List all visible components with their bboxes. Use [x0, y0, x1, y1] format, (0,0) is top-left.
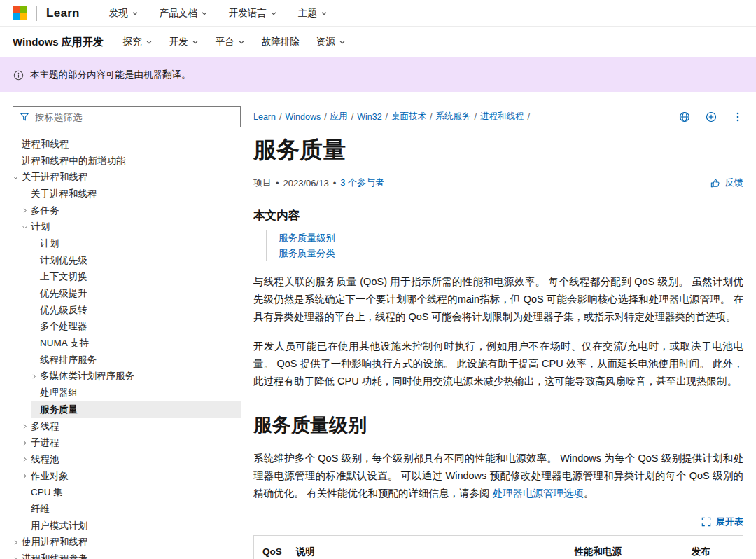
- chevron-right-icon: [22, 423, 28, 429]
- learn-brand[interactable]: Learn: [46, 6, 80, 20]
- article-content: Learn/Windows/应用/Win32/桌面技术/系统服务/进程和线程/: [252, 92, 756, 559]
- sidebar-item[interactable]: 关于进程和线程: [13, 169, 241, 186]
- table-header-cell: 说明: [289, 536, 568, 559]
- sidebar-item[interactable]: 上下文切换: [31, 269, 241, 286]
- breadcrumb-link[interactable]: 系统服务: [436, 111, 471, 123]
- site-title[interactable]: Windows 应用开发: [13, 36, 104, 49]
- logo-square-blue: [13, 13, 20, 20]
- sidebar-item-label: 计划: [40, 237, 59, 250]
- breadcrumb-separator: /: [321, 112, 330, 122]
- article-paragraph: 开发人员可能已在使用其他设施来控制何时执行，例如用户不在场时、仅在交流/充电时，…: [253, 338, 743, 390]
- sidebar-item[interactable]: 计划: [31, 235, 241, 252]
- sidebar-item[interactable]: 优先级提升: [31, 285, 241, 302]
- in-article-link[interactable]: 服务质量分类: [279, 248, 335, 258]
- table-header-cell: 性能和电源: [567, 536, 684, 559]
- sidebar-item[interactable]: NUMA 支持: [31, 335, 241, 352]
- sidebar-item-label: 上下文切换: [40, 270, 88, 283]
- site-nav-item-label: 故障排除: [262, 36, 300, 48]
- sidebar-item[interactable]: 线程池: [22, 451, 241, 468]
- chevron-down-icon: [238, 39, 245, 46]
- table-header-cell: 发布: [685, 536, 743, 559]
- breadcrumb-link[interactable]: 应用: [330, 111, 348, 123]
- site-nav-item[interactable]: 资源: [316, 36, 346, 48]
- breadcrumb-separator: /: [348, 112, 357, 122]
- breadcrumb-item: Win32/: [357, 112, 391, 122]
- sidebar-item[interactable]: 多线程: [22, 418, 241, 435]
- nav-divider: [36, 6, 37, 21]
- feedback-button[interactable]: 反馈: [710, 177, 743, 189]
- page-title: 服务质量: [253, 134, 743, 166]
- sidebar-item[interactable]: 进程和线程中的新增功能: [13, 153, 241, 170]
- sidebar-item[interactable]: 进程和线程参考: [13, 551, 241, 559]
- microsoft-logo[interactable]: [13, 6, 27, 20]
- sidebar-item[interactable]: 优先级反转: [31, 302, 241, 319]
- chevron-down-icon: [132, 10, 139, 17]
- in-this-article-links: 服务质量级别服务质量分类: [266, 230, 743, 261]
- sidebar-item[interactable]: 计划优先级: [31, 252, 241, 269]
- sidebar-item-label: 服务质量: [40, 403, 78, 416]
- sidebar-item[interactable]: 作业对象: [22, 468, 241, 485]
- chevron-down-icon: [201, 10, 208, 17]
- sidebar-item[interactable]: 用户模式计划: [22, 518, 241, 534]
- breadcrumb-separator: /: [524, 112, 533, 122]
- sidebar-item[interactable]: 多个处理器: [31, 319, 241, 336]
- site-nav-item[interactable]: 开发: [169, 36, 199, 48]
- sidebar-item[interactable]: 计划: [22, 219, 241, 235]
- sidebar-item[interactable]: 多任务: [22, 202, 241, 219]
- sidebar-item-label: 多任务: [31, 205, 59, 217]
- sidebar-item-label: 纤维: [31, 503, 50, 516]
- global-nav-item[interactable]: 开发语言: [229, 7, 277, 20]
- breadcrumb-link[interactable]: Learn: [253, 112, 276, 122]
- chevron-right-icon: [13, 539, 19, 546]
- toc-chevron: [13, 539, 22, 546]
- sidebar-item-label: 线程排序服务: [40, 354, 97, 366]
- toc-chevron: [22, 440, 31, 446]
- toc-chevron: [13, 556, 22, 559]
- global-nav-item-label: 发现: [109, 7, 128, 20]
- sidebar-item[interactable]: 关于进程和线程: [22, 186, 241, 202]
- sidebar-item-label: 作业对象: [31, 470, 69, 483]
- sidebar-item-label: 优先级提升: [40, 287, 88, 300]
- add-circle-icon[interactable]: [706, 111, 717, 123]
- breadcrumb-link[interactable]: 进程和线程: [480, 111, 524, 123]
- meta-separator: •: [272, 178, 284, 188]
- sidebar-item[interactable]: 使用进程和线程: [13, 534, 241, 551]
- title-filter[interactable]: [13, 106, 241, 127]
- breadcrumb-link[interactable]: Windows: [285, 112, 321, 122]
- sidebar-item-label: 线程池: [31, 453, 59, 466]
- in-article-link[interactable]: 服务质量级别: [279, 233, 335, 243]
- site-nav-item[interactable]: 探究: [123, 36, 153, 48]
- contributors-link[interactable]: 3 个参与者: [340, 177, 384, 189]
- sidebar-item-label: 用户模式计划: [31, 520, 88, 532]
- global-nav-item[interactable]: 发现: [109, 7, 139, 20]
- sidebar-item[interactable]: 进程和线程: [13, 136, 241, 153]
- global-nav-item[interactable]: 主题: [298, 7, 328, 20]
- sidebar-item[interactable]: CPU 集: [22, 484, 241, 501]
- expand-table-button[interactable]: 展开表: [253, 516, 743, 528]
- site-nav-item[interactable]: 故障排除: [262, 36, 300, 48]
- chevron-down-icon: [270, 10, 277, 17]
- toc-chevron: [31, 373, 40, 380]
- filter-input[interactable]: [35, 112, 234, 123]
- breadcrumb-link[interactable]: Win32: [357, 112, 382, 122]
- chevron-down-icon: [321, 10, 328, 17]
- table-header-row: QoS 级别说明性能和电源发布: [254, 536, 743, 559]
- sidebar-item[interactable]: 处理器组: [31, 385, 241, 401]
- chevron-down-icon: [339, 39, 346, 46]
- global-nav-item[interactable]: 产品文档: [160, 7, 208, 20]
- sidebar-item[interactable]: 多媒体类计划程序服务: [31, 368, 241, 385]
- logo-square-green: [20, 6, 27, 13]
- in-article-list-item: 服务质量级别: [279, 230, 743, 246]
- more-actions-icon[interactable]: [732, 111, 743, 123]
- toc-chevron: [22, 473, 31, 479]
- site-nav-item[interactable]: 平台: [216, 36, 245, 48]
- meta-separator: •: [329, 178, 341, 188]
- globe-icon[interactable]: [679, 111, 690, 123]
- section-paragraph-link[interactable]: 处理器电源管理选项: [493, 488, 584, 499]
- chevron-right-icon: [13, 556, 19, 559]
- breadcrumb-link[interactable]: 桌面技术: [391, 111, 426, 123]
- sidebar-item-current[interactable]: 服务质量: [31, 401, 241, 418]
- sidebar-item[interactable]: 纤维: [22, 501, 241, 518]
- sidebar-item[interactable]: 线程排序服务: [31, 352, 241, 368]
- sidebar-item[interactable]: 子进程: [22, 434, 241, 451]
